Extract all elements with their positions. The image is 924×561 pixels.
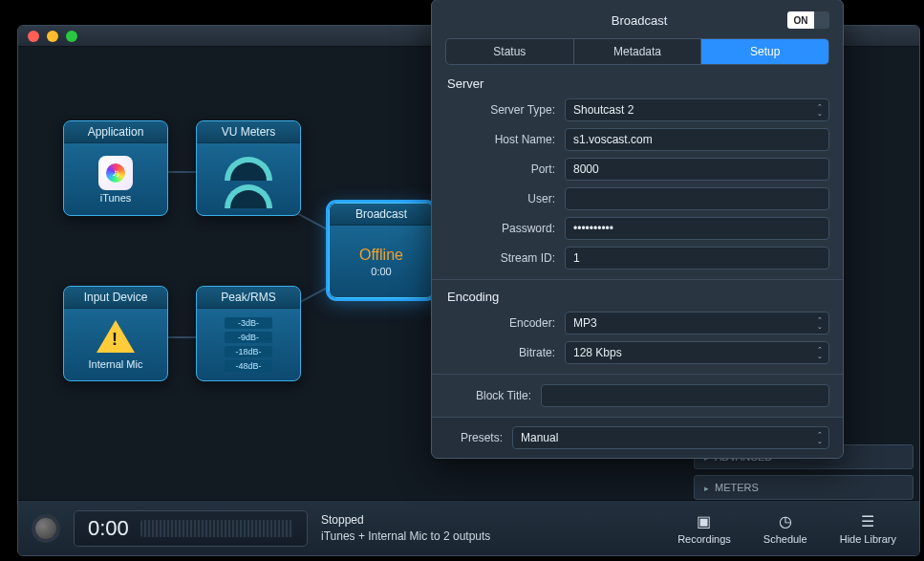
node-peak-rms[interactable]: Peak/RMS -3dB- -9dB- -18dB- -48dB- — [196, 286, 301, 381]
node-header: Peak/RMS — [197, 287, 300, 309]
scrubber[interactable] — [140, 520, 293, 537]
server-type-label: Server Type: — [445, 103, 555, 117]
toggle-on-label: ON — [787, 11, 814, 29]
clock-icon: ◷ — [779, 512, 792, 530]
server-section-title: Server — [447, 76, 829, 91]
status-line-1: Stopped — [321, 512, 655, 529]
schedule-button[interactable]: ◷ Schedule — [754, 512, 817, 545]
record-button[interactable] — [32, 514, 60, 543]
button-label: Hide Library — [840, 533, 896, 545]
node-broadcast[interactable]: Broadcast Offline 0:00 — [329, 203, 434, 298]
vu-meter-icon — [225, 184, 272, 208]
node-header: Broadcast — [330, 204, 433, 226]
hide-library-button[interactable]: ☰ Hide Library — [830, 512, 906, 545]
bitrate-label: Bitrate: — [445, 346, 555, 359]
stream-id-label: Stream ID: — [445, 251, 555, 265]
timer-box: 0:00 — [74, 510, 308, 547]
tab-setup[interactable]: Setup — [700, 39, 828, 64]
node-label: iTunes — [100, 192, 132, 204]
broadcast-time: 0:00 — [371, 266, 391, 277]
peak-levels: -3dB- -9dB- -18dB- -48dB- — [225, 317, 272, 372]
elapsed-time: 0:00 — [88, 516, 129, 541]
encoding-section-title: Encoding — [447, 290, 829, 304]
host-name-label: Host Name: — [445, 133, 555, 146]
peak-level: -48dB- — [225, 360, 272, 372]
broadcast-status: Offline — [359, 247, 403, 264]
host-name-input[interactable] — [565, 128, 829, 151]
itunes-icon — [98, 156, 133, 190]
section-label: METERS — [715, 482, 759, 493]
password-input[interactable] — [565, 217, 829, 240]
peak-level: -9dB- — [225, 332, 272, 343]
block-title-input[interactable] — [541, 384, 829, 407]
status-line-2: iTunes + Internal Mic to 2 outputs — [321, 529, 655, 545]
recordings-icon: ▣ — [697, 512, 711, 530]
divider — [432, 279, 843, 280]
button-label: Schedule — [763, 533, 807, 545]
node-application[interactable]: Application iTunes — [63, 120, 168, 216]
status-block: Stopped iTunes + Internal Mic to 2 outpu… — [321, 512, 655, 545]
node-header: Input Device — [64, 287, 167, 309]
list-icon: ☰ — [861, 512, 874, 530]
tab-metadata[interactable]: Metadata — [573, 39, 701, 64]
encoder-label: Encoder: — [445, 316, 555, 330]
tab-status[interactable]: Status — [446, 39, 573, 64]
port-label: Port: — [445, 162, 555, 176]
port-input[interactable] — [565, 158, 829, 181]
select-value: 128 Kbps — [573, 346, 622, 359]
panel-title: Broadcast — [445, 13, 787, 28]
peak-level: -18dB- — [225, 346, 272, 357]
broadcast-panel: Broadcast ON Status Metadata Setup Serve… — [431, 0, 844, 459]
presets-select[interactable]: Manual — [512, 426, 829, 449]
node-input-device[interactable]: Input Device Internal Mic — [63, 286, 168, 381]
stream-id-input[interactable] — [565, 247, 829, 270]
block-title-label: Block Title: — [445, 389, 531, 402]
divider — [432, 374, 843, 375]
node-header: Application — [64, 121, 167, 143]
password-label: Password: — [445, 222, 555, 235]
user-label: User: — [445, 192, 555, 205]
bottom-bar: 0:00 Stopped iTunes + Internal Mic to 2 … — [18, 500, 919, 555]
section-meters[interactable]: METERS — [694, 475, 913, 500]
select-value: Manual — [521, 431, 558, 444]
on-off-toggle[interactable]: ON — [787, 11, 829, 29]
button-label: Recordings — [677, 533, 731, 545]
presets-label: Presets: — [445, 431, 503, 444]
encoder-select[interactable]: MP3 — [565, 312, 829, 334]
node-label: Internal Mic — [89, 358, 143, 370]
node-vumeters[interactable]: VU Meters — [196, 120, 301, 216]
vu-meter-icon — [225, 157, 272, 181]
panel-tabs: Status Metadata Setup — [445, 38, 829, 65]
server-type-select[interactable]: Shoutcast 2 — [565, 98, 829, 121]
select-value: MP3 — [573, 316, 597, 330]
chevron-right-icon — [704, 482, 709, 493]
user-input[interactable] — [565, 187, 829, 210]
toggle-handle — [814, 11, 829, 29]
node-header: VU Meters — [197, 121, 300, 143]
select-value: Shoutcast 2 — [573, 103, 634, 117]
bitrate-select[interactable]: 128 Kbps — [565, 341, 829, 364]
warning-icon — [97, 320, 135, 353]
recordings-button[interactable]: ▣ Recordings — [668, 512, 741, 545]
peak-level: -3dB- — [225, 317, 272, 329]
